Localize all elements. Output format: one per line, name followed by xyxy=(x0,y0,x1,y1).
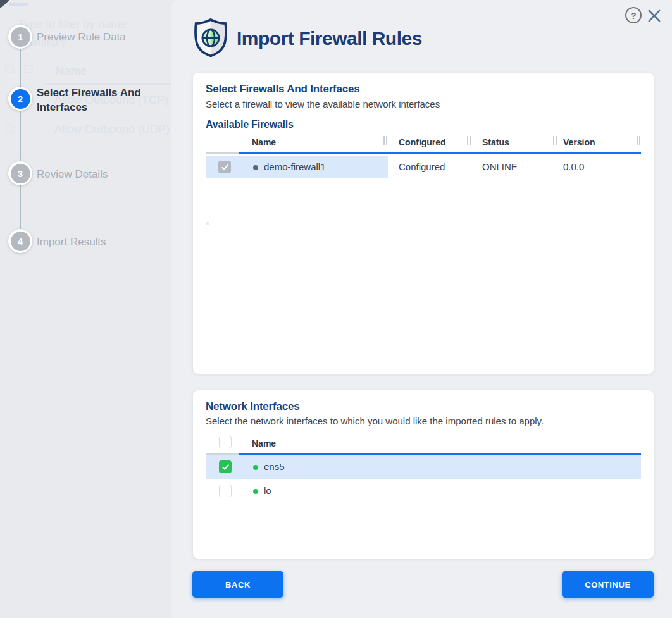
help-glyph: ? xyxy=(630,10,636,21)
continue-button[interactable]: CONTINUE xyxy=(562,571,654,598)
column-header-version: Version xyxy=(563,137,595,147)
step-1-circle[interactable]: 1 xyxy=(8,25,32,49)
close-icon[interactable] xyxy=(646,8,663,24)
step-2-label[interactable]: Select Firewalls And Interfaces xyxy=(37,85,151,114)
column-header-configured: Configured xyxy=(399,137,446,147)
ghost-bar xyxy=(9,3,28,6)
network-interfaces-card: Network Interfaces Select the network in… xyxy=(193,390,654,559)
firewall-status-dot xyxy=(253,165,258,170)
ghost-header-underline xyxy=(44,83,171,85)
column-resize-handle[interactable] xyxy=(467,136,471,145)
firewall-configured-cell: Configured xyxy=(399,161,445,172)
column-header-status: Status xyxy=(482,137,509,147)
firewall-name: demo-firewall1 xyxy=(264,161,326,172)
import-firewall-rules-modal: Type to filter by name Summary Name Allo… xyxy=(0,0,672,618)
header-underline-blue xyxy=(239,152,641,154)
step-3-label[interactable]: Review Details xyxy=(37,167,108,182)
ghost-checkbox xyxy=(5,65,14,73)
interface-status-dot xyxy=(253,465,258,470)
column-header-name: Name xyxy=(252,438,276,448)
interfaces-section-subtitle: Select the network interfaces to which y… xyxy=(206,416,544,426)
firewall-status-cell: ONLINE xyxy=(482,161,518,172)
ghost-name-header: Name xyxy=(56,65,87,78)
interface-name: ens5 xyxy=(264,461,285,472)
step-4-number: 4 xyxy=(11,232,30,251)
step-2-circle[interactable]: 2 xyxy=(8,87,32,111)
wizard-stepper-rail: Type to filter by name Summary Name Allo… xyxy=(0,0,171,618)
interface-checkbox-lo[interactable] xyxy=(219,485,232,497)
firewall-row-checkbox xyxy=(218,161,231,173)
modal-title: Import Firewall Rules xyxy=(237,28,422,49)
firewalls-section-title: Select Firewalls And Interfaces xyxy=(206,83,360,96)
column-resize-handle[interactable] xyxy=(553,136,557,145)
firewall-name-cell: demo-firewall1 xyxy=(253,161,326,173)
ghost-checkbox xyxy=(24,65,33,73)
select-all-checkbox[interactable] xyxy=(219,436,232,448)
ghost-rule-udp: Allow Outbound (UDP) xyxy=(54,123,170,136)
interface-checkbox-ens5[interactable] xyxy=(219,460,232,473)
table-row-interface-ens5[interactable]: ens5 xyxy=(193,455,654,479)
ghost-checkbox xyxy=(5,124,14,133)
step-2-number: 2 xyxy=(11,89,30,109)
step-4-circle[interactable]: 4 xyxy=(8,229,32,253)
step-3-circle[interactable]: 3 xyxy=(8,161,32,185)
interface-name-cell: lo xyxy=(253,485,271,497)
help-icon[interactable]: ? xyxy=(625,7,642,23)
table-row-interface-lo[interactable]: lo xyxy=(193,479,654,503)
stray-dot xyxy=(206,222,209,225)
step-1-number: 1 xyxy=(11,27,30,47)
stepper-connector-line xyxy=(20,37,21,241)
step-3-number: 3 xyxy=(11,164,30,183)
backdrop-corner-shape xyxy=(0,0,9,8)
modal-main-panel: Import Firewall Rules ? Select Firewalls… xyxy=(171,0,672,618)
column-resize-handle[interactable] xyxy=(383,136,387,145)
firewall-version-cell: 0.0.0 xyxy=(563,161,584,172)
step-1-label[interactable]: Preview Rule Data xyxy=(37,30,126,44)
step-4-label[interactable]: Import Results xyxy=(37,235,106,249)
interfaces-section-title: Network Interfaces xyxy=(206,400,300,413)
back-button[interactable]: BACK xyxy=(192,571,283,598)
column-header-name: Name xyxy=(252,137,276,147)
ghost-filter-placeholder: Type to filter by name xyxy=(18,18,127,31)
interface-status-dot xyxy=(253,489,258,494)
select-firewalls-card: Select Firewalls And Interfaces Select a… xyxy=(193,73,654,374)
table-row-firewall[interactable]: demo-firewall1 Configured ONLINE 0.0.0 xyxy=(193,156,654,178)
header-underline-gray xyxy=(206,152,239,154)
interface-name-cell: ens5 xyxy=(253,461,285,473)
shield-globe-icon xyxy=(193,18,228,59)
interface-name: lo xyxy=(264,485,271,496)
column-resize-handle[interactable] xyxy=(637,136,640,145)
firewalls-section-subtitle: Select a firewall to view the available … xyxy=(206,99,440,109)
available-firewalls-title: Available Firewalls xyxy=(206,119,294,130)
modal-header: Import Firewall Rules xyxy=(193,18,422,59)
